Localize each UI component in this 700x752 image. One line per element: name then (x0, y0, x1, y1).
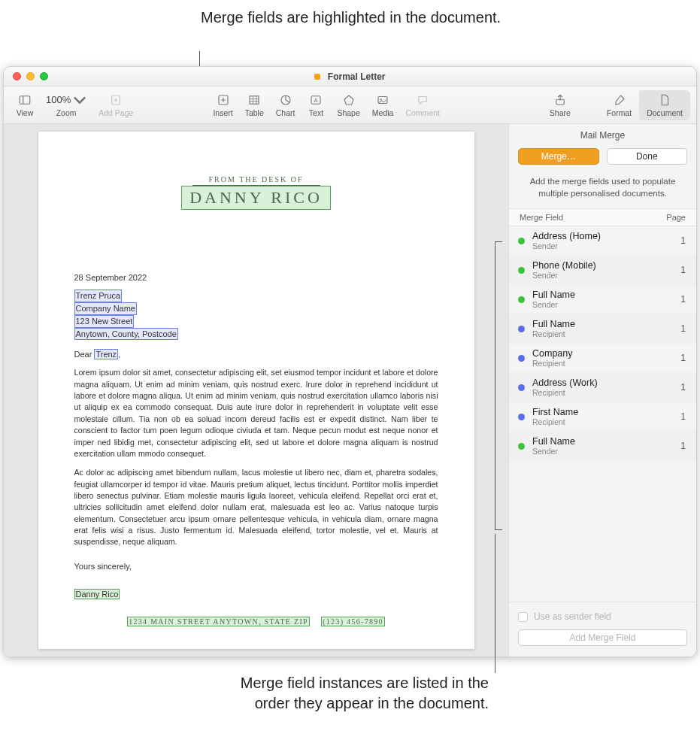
merge-field-page: 1 (680, 411, 686, 422)
salutation-name-field[interactable]: Trenz (94, 349, 118, 359)
shape-button[interactable]: Shape (331, 90, 365, 120)
footer: 1234 MAIN STREET ANYTOWN, STATE ZIP (123… (74, 617, 438, 626)
text-label: Text (309, 108, 323, 117)
zoom-value: 100% (46, 94, 71, 105)
insert-button[interactable]: Insert (207, 90, 238, 120)
recipient-city-field[interactable]: Anytown, County, Postcode (74, 328, 178, 341)
salutation: Dear Trenz, (74, 349, 438, 359)
share-button[interactable]: Share (544, 90, 577, 120)
svg-rect-0 (20, 96, 30, 104)
merge-field-color-dot (518, 384, 525, 391)
comment-icon (416, 93, 429, 107)
merge-field-row[interactable]: Full NameSender1 (509, 285, 696, 314)
format-tab[interactable]: Format (599, 90, 639, 120)
view-label: View (17, 108, 34, 117)
merge-field-source: Recipient (532, 417, 673, 426)
document-icon (314, 74, 320, 80)
merge-field-page: 1 (680, 441, 686, 451)
chart-button[interactable]: Chart (270, 90, 302, 120)
merge-field-source: Recipient (532, 388, 673, 397)
merge-field-row[interactable]: Phone (Mobile)Sender1 (509, 256, 696, 285)
merge-field-source: Sender (532, 300, 673, 309)
use-as-sender-row: Use as sender field (518, 611, 687, 622)
signature-name-field[interactable]: Danny Rico (74, 589, 120, 599)
zoom-label: Zoom (56, 108, 77, 117)
view-button[interactable]: View (10, 90, 40, 120)
use-as-sender-checkbox[interactable] (518, 612, 528, 622)
share-icon (553, 93, 567, 107)
merge-field-color-dot (518, 443, 525, 450)
table-button[interactable]: Table (239, 90, 270, 120)
merge-field-page: 1 (680, 353, 686, 363)
sender-name-field[interactable]: DANNY RICO (181, 186, 331, 210)
app-window: Formal Letter View 100% Zoom Add Page In… (3, 66, 697, 657)
recipient-street-field[interactable]: 123 New Street (74, 315, 135, 328)
merge-field-row[interactable]: Address (Work)Recipient1 (509, 373, 696, 402)
done-button[interactable]: Done (607, 148, 688, 165)
merge-field-text: Full NameSender (532, 436, 673, 456)
chart-label: Chart (276, 108, 295, 117)
sidebar-title: Mail Merge (509, 124, 696, 148)
merge-field-name: Company (532, 348, 673, 359)
merge-field-color-dot (518, 238, 525, 244)
callout-top: Merge fields are highlighted in the docu… (201, 8, 501, 28)
merge-field-list[interactable]: Address (Home)Sender1Phone (Mobile)Sende… (509, 226, 696, 602)
comment-button[interactable]: Comment (399, 90, 446, 120)
column-page: Page (666, 213, 686, 222)
footer-address-field[interactable]: 1234 MAIN STREET ANYTOWN, STATE ZIP (127, 617, 310, 626)
shape-label: Shape (337, 108, 359, 117)
merge-field-row[interactable]: Full NameSender1 (509, 432, 696, 461)
format-label: Format (607, 108, 632, 117)
document-tab[interactable]: Document (639, 90, 690, 120)
document-canvas[interactable]: FROM THE DESK OF DANNY RICO 28 September… (4, 124, 508, 656)
letter-date: 28 September 2022 (74, 273, 438, 282)
salutation-suffix: , (118, 350, 120, 359)
media-button[interactable]: Media (366, 90, 400, 120)
salutation-prefix: Dear (74, 350, 95, 359)
merge-field-row[interactable]: CompanyRecipient1 (509, 344, 696, 373)
merge-field-row[interactable]: Full NameRecipient1 (509, 314, 696, 344)
document-icon (658, 93, 671, 107)
merge-field-text: Full NameRecipient (532, 319, 673, 338)
plus-icon (109, 93, 123, 107)
merge-field-name: Full Name (532, 319, 673, 329)
table-label: Table (245, 108, 264, 117)
add-merge-field-button[interactable]: Add Merge Field (518, 629, 687, 646)
zoom-button[interactable]: 100% Zoom (40, 90, 92, 120)
merge-field-page: 1 (680, 294, 686, 305)
inspector-tabs: Format Document (599, 90, 690, 120)
letterhead: FROM THE DESK OF DANNY RICO (74, 175, 438, 210)
svg-point-9 (380, 99, 382, 100)
sidebar-bottom: Use as sender field Add Merge Field (509, 602, 696, 656)
body: FROM THE DESK OF DANNY RICO 28 September… (4, 124, 696, 656)
use-as-sender-label: Use as sender field (534, 611, 611, 622)
column-field: Merge Field (520, 213, 666, 222)
sidebar-icon (18, 93, 32, 107)
signature-block: Danny Rico (74, 589, 438, 599)
recipient-name-field[interactable]: Trenz Pruca (74, 290, 123, 302)
merge-field-row[interactable]: Address (Home)Sender1 (509, 226, 696, 256)
body-paragraph-1: Lorem ipsum dolor sit amet, consectetur … (74, 367, 438, 459)
add-page-label: Add Page (98, 108, 133, 117)
text-button[interactable]: A Text (301, 90, 331, 120)
footer-phone-field[interactable]: (123) 456-7890 (321, 617, 385, 626)
merge-field-color-dot (518, 414, 525, 420)
merge-field-page: 1 (680, 235, 686, 246)
body-paragraph-2: Ac dolor ac adipiscing amet bibendum nul… (74, 467, 438, 548)
text-icon: A (309, 93, 323, 107)
merge-field-color-dot (518, 326, 525, 332)
merge-field-row[interactable]: First NameRecipient1 (509, 402, 696, 432)
callout-bottom: Merge field instances are listed in the … (233, 673, 489, 714)
callout-line-bottom (495, 534, 495, 673)
chevron-down-icon (73, 93, 86, 107)
table-icon (247, 93, 261, 107)
from-label: FROM THE DESK OF (74, 175, 438, 183)
merge-field-source: Sender (532, 241, 673, 250)
merge-button[interactable]: Merge… (518, 148, 599, 165)
recipient-company-field[interactable]: Company Name (74, 302, 137, 315)
add-page-button[interactable]: Add Page (92, 90, 139, 120)
merge-field-text: Address (Home)Sender (532, 231, 673, 250)
signoff: Yours sincerely, (74, 562, 438, 571)
share-label: Share (550, 108, 571, 117)
merge-field-page: 1 (680, 382, 686, 393)
